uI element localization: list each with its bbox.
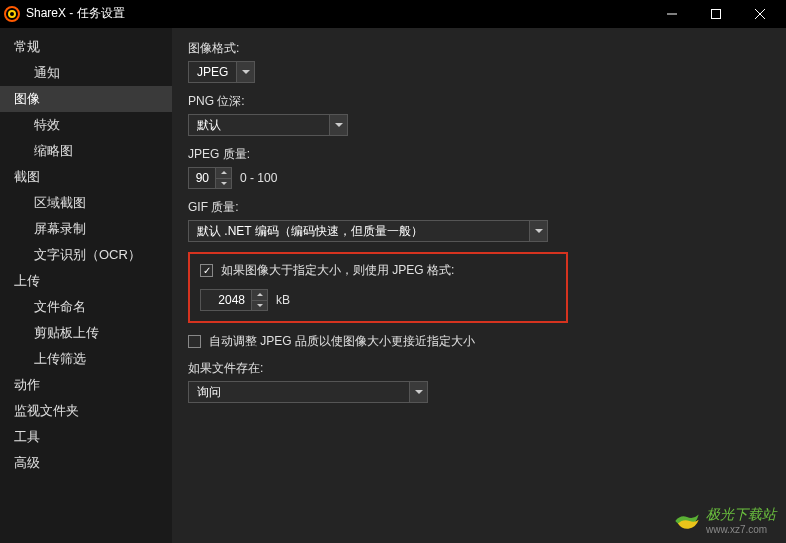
size-threshold-spinner[interactable]: 2048 bbox=[200, 289, 268, 311]
auto-adjust-checkbox[interactable] bbox=[188, 335, 201, 348]
auto-adjust-label: 自动调整 JPEG 品质以使图像大小更接近指定大小 bbox=[209, 333, 475, 350]
file-exists-select[interactable]: 询问 bbox=[188, 381, 428, 403]
sidebar-item[interactable]: 工具 bbox=[0, 424, 172, 450]
highlighted-section: 如果图像大于指定大小，则使用 JPEG 格式: 2048 kB bbox=[188, 252, 568, 323]
image-format-label: 图像格式: bbox=[188, 40, 770, 57]
app-icon bbox=[4, 6, 20, 22]
gif-quality-select[interactable]: 默认 .NET 编码（编码快速，但质量一般） bbox=[188, 220, 548, 242]
use-jpeg-checkbox[interactable] bbox=[200, 264, 213, 277]
jpeg-quality-label: JPEG 质量: bbox=[188, 146, 770, 163]
image-format-value: JPEG bbox=[189, 62, 236, 82]
sidebar-item[interactable]: 通知 bbox=[0, 60, 172, 86]
sidebar-item[interactable]: 特效 bbox=[0, 112, 172, 138]
file-exists-label: 如果文件存在: bbox=[188, 360, 770, 377]
svg-point-0 bbox=[5, 7, 19, 21]
window-controls bbox=[650, 0, 782, 28]
chevron-down-icon[interactable] bbox=[329, 115, 347, 135]
png-depth-value: 默认 bbox=[189, 115, 329, 135]
close-button[interactable] bbox=[738, 0, 782, 28]
sidebar-item[interactable]: 动作 bbox=[0, 372, 172, 398]
image-format-select[interactable]: JPEG bbox=[188, 61, 255, 83]
sidebar-item[interactable]: 常规 bbox=[0, 34, 172, 60]
watermark-logo-icon bbox=[674, 508, 700, 534]
sidebar-item[interactable]: 文件命名 bbox=[0, 294, 172, 320]
sidebar-item[interactable]: 截图 bbox=[0, 164, 172, 190]
spin-down-icon[interactable] bbox=[252, 301, 267, 311]
use-jpeg-checkbox-label: 如果图像大于指定大小，则使用 JPEG 格式: bbox=[221, 262, 454, 279]
spin-down-icon[interactable] bbox=[216, 179, 231, 189]
chevron-down-icon[interactable] bbox=[529, 221, 547, 241]
sidebar-item[interactable]: 文字识别（OCR） bbox=[0, 242, 172, 268]
watermark: 极光下载站 www.xz7.com bbox=[674, 506, 776, 535]
size-value: 2048 bbox=[201, 290, 251, 310]
jpeg-quality-spinner[interactable]: 90 bbox=[188, 167, 232, 189]
sidebar-item[interactable]: 缩略图 bbox=[0, 138, 172, 164]
sidebar-item[interactable]: 剪贴板上传 bbox=[0, 320, 172, 346]
size-unit: kB bbox=[276, 289, 290, 311]
content-panel: 图像格式: JPEG PNG 位深: 默认 JPEG 质量: 90 bbox=[172, 28, 786, 543]
sidebar: 常规通知图像特效缩略图截图区域截图屏幕录制文字识别（OCR）上传文件命名剪贴板上… bbox=[0, 28, 172, 543]
sidebar-item[interactable]: 高级 bbox=[0, 450, 172, 476]
spin-up-icon[interactable] bbox=[252, 290, 267, 301]
titlebar: ShareX - 任务设置 bbox=[0, 0, 786, 28]
chevron-down-icon[interactable] bbox=[409, 382, 427, 402]
watermark-url: www.xz7.com bbox=[706, 524, 776, 535]
sidebar-item[interactable]: 屏幕录制 bbox=[0, 216, 172, 242]
sidebar-item[interactable]: 监视文件夹 bbox=[0, 398, 172, 424]
gif-quality-value: 默认 .NET 编码（编码快速，但质量一般） bbox=[189, 221, 529, 241]
png-depth-label: PNG 位深: bbox=[188, 93, 770, 110]
sidebar-item[interactable]: 区域截图 bbox=[0, 190, 172, 216]
file-exists-value: 询问 bbox=[189, 382, 409, 402]
svg-point-1 bbox=[9, 11, 15, 17]
sidebar-item[interactable]: 上传筛选 bbox=[0, 346, 172, 372]
jpeg-quality-value: 90 bbox=[189, 168, 215, 188]
jpeg-quality-range: 0 - 100 bbox=[240, 167, 277, 189]
window-title: ShareX - 任务设置 bbox=[26, 5, 650, 22]
svg-rect-3 bbox=[712, 9, 721, 18]
spin-up-icon[interactable] bbox=[216, 168, 231, 179]
sidebar-item[interactable]: 上传 bbox=[0, 268, 172, 294]
sidebar-item[interactable]: 图像 bbox=[0, 86, 172, 112]
chevron-down-icon[interactable] bbox=[236, 62, 254, 82]
watermark-text: 极光下载站 bbox=[706, 506, 776, 524]
gif-quality-label: GIF 质量: bbox=[188, 199, 770, 216]
png-depth-select[interactable]: 默认 bbox=[188, 114, 348, 136]
maximize-button[interactable] bbox=[694, 0, 738, 28]
minimize-button[interactable] bbox=[650, 0, 694, 28]
